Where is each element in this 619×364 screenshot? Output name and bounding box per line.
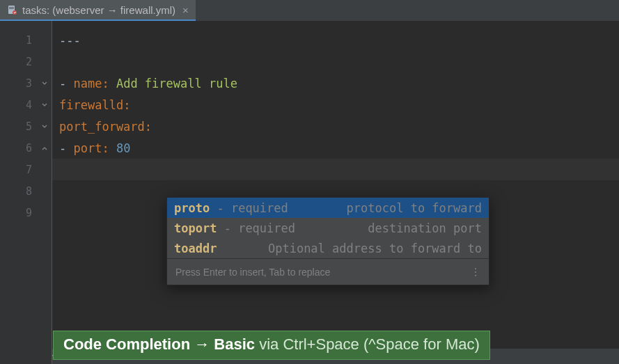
completion-hint: Press Enter to insert, Tab to replace ⋯: [167, 258, 489, 285]
svg-point-3: [13, 10, 17, 15]
line-number: 6: [0, 137, 52, 159]
completion-item-description: protocol to forward: [347, 201, 482, 215]
svg-rect-2: [9, 8, 14, 9]
yaml-file-icon: [7, 5, 17, 15]
fold-marker-icon[interactable]: [40, 79, 49, 88]
code-line: - port: 80: [52, 137, 619, 159]
tab-bar: tasks: (webserver → firewall.yml) ×: [0, 0, 619, 21]
line-number: 2: [0, 51, 52, 72]
close-icon[interactable]: ×: [181, 4, 190, 16]
completion-item[interactable]: toport - requireddestination port: [167, 218, 489, 238]
editor-tab[interactable]: tasks: (webserver → firewall.yml) ×: [0, 0, 196, 21]
line-number: 9: [0, 202, 52, 223]
svg-rect-1: [9, 7, 14, 8]
line-number: 3: [0, 72, 52, 94]
gutter: 1 2 3 4 5 6 7 8 9: [0, 21, 52, 364]
completion-item-name: proto: [174, 201, 210, 215]
completion-item-name: toaddr: [174, 242, 217, 255]
banner-detail: via Ctrl+Space (^Space for Mac): [255, 335, 480, 353]
line-number: 4: [0, 94, 52, 116]
completion-item-required: - required: [217, 201, 288, 215]
line-number: 7: [0, 159, 52, 180]
editor-area: 1 2 3 4 5 6 7 8 9 --- - name: Add fi: [0, 21, 619, 364]
line-number: 5: [0, 116, 52, 137]
fold-marker-icon[interactable]: [40, 144, 49, 152]
completion-popup: proto - requiredprotocol to forwardtopor…: [166, 197, 489, 285]
tip-banner: Code Completion → Basic via Ctrl+Space (…: [53, 331, 490, 360]
line-number: 1: [0, 29, 52, 51]
completion-item-description: destination port: [368, 221, 482, 235]
completion-item[interactable]: toaddrOptional address to forward to: [167, 238, 489, 258]
code-line: - name: Add firewall rule: [52, 72, 619, 94]
completion-item-name: toport: [174, 221, 217, 235]
tab-title: tasks: (webserver → firewall.yml): [22, 4, 175, 16]
fold-marker-icon[interactable]: [40, 101, 49, 109]
code-line-active: [52, 159, 619, 180]
code-line: firewalld:: [52, 94, 619, 116]
completion-item-description: Optional address to forward to: [268, 242, 482, 255]
completion-item[interactable]: proto - requiredprotocol to forward: [167, 198, 489, 218]
fold-marker-icon[interactable]: [40, 122, 49, 131]
line-number: 8: [0, 180, 52, 202]
more-options-icon[interactable]: ⋯: [470, 267, 481, 277]
code-line: port_forward:: [52, 116, 619, 137]
completion-item-required: - required: [224, 221, 295, 235]
code-line: [52, 51, 619, 72]
code-line: ---: [52, 29, 619, 51]
code-editor[interactable]: --- - name: Add firewall rule firewalld:…: [52, 21, 619, 364]
banner-title: Code Completion → Basic: [63, 335, 255, 353]
